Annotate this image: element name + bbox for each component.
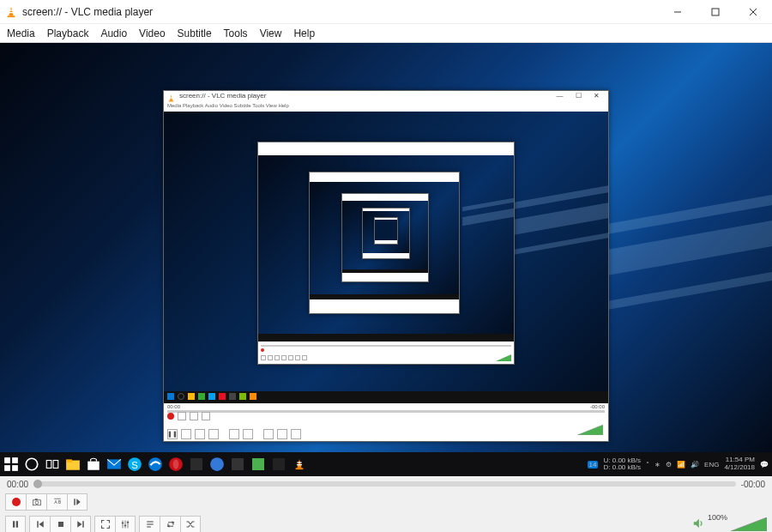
tray-bluetooth-icon: ∗ (654, 461, 660, 469)
app-icon (271, 456, 286, 472)
next-button[interactable] (70, 516, 91, 532)
tray-chevron-icon: ˄ (646, 461, 649, 469)
svg-text:B: B (57, 499, 61, 505)
opera-icon (168, 456, 184, 472)
video-area[interactable]: screen:// - VLC media player — ☐ ✕ Media… (0, 43, 772, 476)
svg-rect-35 (16, 521, 18, 528)
svg-point-28 (35, 501, 39, 505)
svg-marker-52 (694, 519, 699, 529)
svg-text:A: A (54, 499, 57, 505)
snapshot-button[interactable] (26, 493, 46, 511)
atob-icon: AB (52, 497, 63, 507)
nested-menubar: Media Playback Audio Video Subtitle Tool… (164, 102, 608, 112)
vlc-taskbar-icon (292, 456, 307, 472)
svg-point-25 (173, 459, 179, 469)
speaker-icon[interactable] (692, 517, 704, 531)
menu-help[interactable]: Help (293, 27, 315, 39)
previous-button[interactable] (29, 516, 50, 532)
app-icon (250, 456, 266, 472)
svg-rect-18 (66, 459, 72, 462)
system-tray: 14 U: 0.00 kB/s D: 0.00 kB/s ˄ ∗ ⚙ 📶 🔊 E… (588, 456, 769, 472)
tray-clock: 11:54 PM 4/12/2018 (724, 456, 755, 472)
frame-step-button[interactable] (67, 493, 87, 511)
main-toolbar: 100% (0, 512, 772, 532)
svg-rect-44 (122, 523, 124, 524)
svg-rect-4 (712, 9, 719, 15)
playlist-button[interactable] (139, 516, 160, 532)
tray-notifications-icon: 💬 (760, 461, 769, 469)
svg-rect-16 (53, 461, 58, 469)
svg-text:S: S (131, 460, 138, 470)
store-icon (86, 456, 101, 472)
svg-rect-13 (12, 465, 18, 471)
svg-marker-33 (76, 499, 81, 505)
vlc-cone-icon (5, 6, 17, 18)
svg-rect-45 (124, 525, 126, 527)
loop-icon (166, 519, 176, 529)
menu-playback[interactable]: Playback (47, 27, 89, 39)
svg-marker-9 (496, 354, 511, 361)
skip-forward-icon (75, 519, 86, 529)
svg-rect-15 (46, 461, 51, 469)
svg-rect-34 (13, 521, 15, 528)
play-pause-button[interactable] (5, 516, 26, 532)
extended-settings-button[interactable] (115, 516, 136, 532)
edge-icon (148, 456, 163, 472)
nested-window-title: screen:// - VLC media player (179, 92, 266, 100)
frame-step-icon (72, 497, 82, 507)
menu-view[interactable]: View (260, 27, 282, 39)
cortana-icon (24, 456, 39, 472)
skip-back-icon (35, 519, 45, 529)
svg-marker-37 (39, 521, 43, 528)
tray-wifi-icon: 📶 (677, 461, 685, 469)
fullscreen-button[interactable] (94, 516, 115, 532)
app-icon (230, 456, 245, 472)
shuffle-button[interactable] (180, 516, 201, 532)
svg-rect-12 (4, 465, 10, 471)
tray-network-icon: ⚙ (666, 461, 672, 469)
svg-rect-10 (4, 457, 10, 463)
remaining-time[interactable]: -00:00 (741, 480, 765, 489)
task-view-icon (45, 456, 60, 472)
record-button[interactable] (5, 493, 26, 511)
menu-media[interactable]: Media (7, 27, 35, 39)
skype-icon: S (127, 456, 142, 472)
menu-video[interactable]: Video (139, 27, 165, 39)
volume-label: 100% (708, 513, 727, 522)
menu-audio[interactable]: Audio (100, 27, 127, 39)
maximize-button[interactable] (697, 0, 734, 23)
svg-rect-40 (82, 521, 84, 528)
pause-icon (10, 519, 21, 529)
svg-marker-39 (77, 521, 81, 528)
fullscreen-icon (100, 519, 111, 529)
elapsed-time: 00:00 (7, 480, 28, 489)
seek-bar-row: 00:00 -00:00 (0, 476, 772, 492)
file-explorer-icon (65, 456, 81, 472)
volume-control: 100% (692, 517, 767, 531)
menu-tools[interactable]: Tools (224, 27, 248, 39)
seek-slider[interactable] (33, 481, 736, 487)
loop-ab-button[interactable]: AB (46, 493, 67, 511)
window-title: screen:// - VLC media player (22, 6, 659, 18)
qbittorrent-icon (209, 456, 225, 472)
svg-point-26 (210, 457, 224, 471)
menubar: Media Playback Audio Video Subtitle Tool… (0, 24, 772, 43)
menu-subtitle[interactable]: Subtitle (178, 27, 212, 39)
stop-button[interactable] (50, 516, 70, 532)
minimize-button[interactable] (659, 0, 697, 23)
playlist-icon (145, 519, 155, 529)
svg-point-14 (26, 458, 38, 470)
svg-rect-11 (12, 457, 18, 463)
loop-button[interactable] (160, 516, 180, 532)
svg-rect-38 (58, 522, 63, 527)
volume-slider[interactable] (731, 517, 767, 531)
app-icon (189, 456, 204, 472)
shuffle-icon (185, 519, 196, 529)
close-button[interactable] (734, 0, 772, 23)
titlebar: screen:// - VLC media player (0, 0, 772, 24)
tray-lang: ENG (704, 461, 719, 469)
window-buttons (659, 0, 772, 23)
nested-vlc-window (374, 217, 398, 245)
record-icon (12, 498, 21, 506)
tray-volume-icon: 🔊 (691, 461, 699, 469)
